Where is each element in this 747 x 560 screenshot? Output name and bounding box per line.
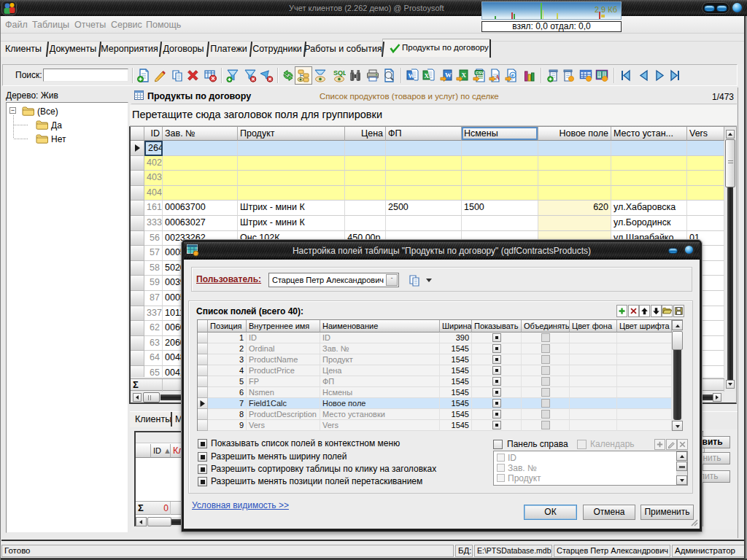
svg-text:SQL: SQL <box>333 69 346 77</box>
svg-text:X: X <box>462 71 467 79</box>
svg-text:A: A <box>495 74 500 81</box>
svg-text:e: e <box>511 71 514 79</box>
svg-text:CSV: CSV <box>476 71 484 75</box>
svg-text:W: W <box>445 71 452 79</box>
